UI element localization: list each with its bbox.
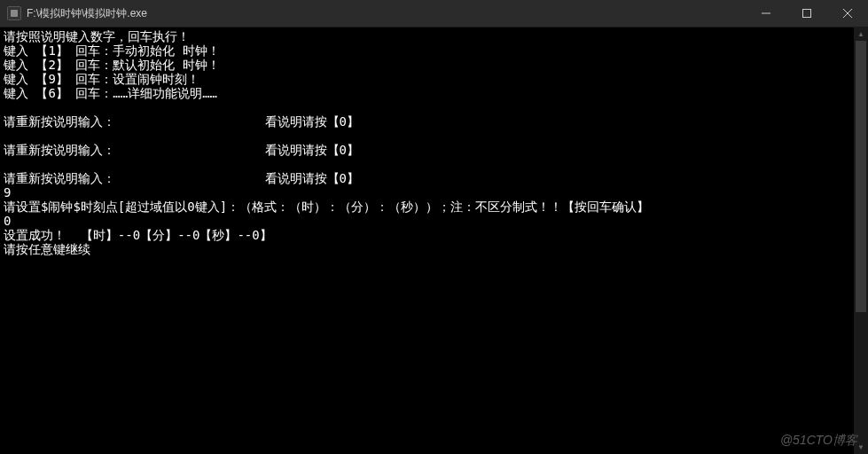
minimize-button[interactable] xyxy=(746,0,786,27)
console-text: 请按照说明键入数字，回车执行！ 键入 【1】 回车：手动初始化 时钟！ 键入 【… xyxy=(4,29,864,256)
titlebar[interactable]: F:\模拟时钟\模拟时钟.exe xyxy=(0,0,868,27)
console-output[interactable]: 请按照说明键入数字，回车执行！ 键入 【1】 回车：手动初始化 时钟！ 键入 【… xyxy=(0,27,868,454)
close-button[interactable] xyxy=(827,0,868,27)
scroll-track[interactable] xyxy=(854,41,868,440)
app-icon xyxy=(7,6,21,20)
watermark: @51CTO博客 xyxy=(780,433,857,449)
scroll-up-arrow[interactable]: ▲ xyxy=(854,27,868,41)
console-window: F:\模拟时钟\模拟时钟.exe 请按照说明键入数字，回车执行！ 键入 【1】 … xyxy=(0,0,868,454)
scroll-thumb[interactable] xyxy=(856,41,866,312)
window-controls xyxy=(746,0,868,27)
maximize-button[interactable] xyxy=(786,0,827,27)
window-title: F:\模拟时钟\模拟时钟.exe xyxy=(27,6,746,21)
vertical-scrollbar[interactable]: ▲ ▼ xyxy=(854,27,868,454)
svg-rect-1 xyxy=(803,10,811,18)
